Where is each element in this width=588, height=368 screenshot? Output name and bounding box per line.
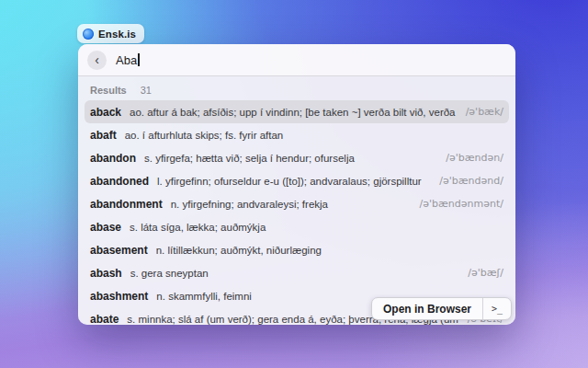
result-word: abaft — [90, 129, 117, 142]
result-word: abandon — [90, 152, 136, 165]
result-row[interactable]: abaft ao. í afturhluta skips; fs. fyrir … — [85, 123, 509, 146]
result-word: abasement — [90, 244, 148, 257]
ensk-app-icon — [83, 29, 94, 40]
result-phonetic: /ə'bæʃ/ — [468, 267, 503, 279]
result-row[interactable]: aback ao. aftur á bak; afsíðis; upp í vi… — [85, 100, 509, 123]
result-phonetic: /ə'bændənmənt/ — [420, 198, 503, 210]
result-phonetic: /ə'bændənd/ — [439, 175, 503, 187]
result-definition: s. gera sneyptan — [130, 268, 461, 279]
results-header: Results 31 — [78, 76, 515, 100]
result-word: abash — [90, 267, 122, 280]
result-definition: s. yfirgefa; hætta við; selja í hendur; … — [144, 153, 438, 164]
search-input-value: Aba — [116, 53, 137, 67]
results-count: 31 — [141, 85, 152, 96]
result-phonetic: /ə'bændən/ — [446, 152, 503, 164]
search-bar: ‹ Aba — [78, 44, 515, 76]
text-caret — [138, 53, 140, 66]
terminal-prompt-icon: >_ — [492, 304, 503, 314]
result-definition: n. lítillækkun; auðmýkt, niðurlæging — [156, 245, 496, 256]
terminal-action-button[interactable]: >_ — [483, 298, 511, 319]
results-label: Results — [90, 85, 127, 96]
back-button[interactable]: ‹ — [87, 51, 107, 70]
result-word: abase — [90, 221, 121, 234]
result-definition: s. láta síga, lækka; auðmýkja — [130, 222, 496, 233]
result-row[interactable]: abandon s. yfirgefa; hætta við; selja í … — [85, 146, 509, 169]
result-phonetic: /ə'bæk/ — [466, 106, 503, 118]
result-definition: n. yfirgefning; andvaraleysi; frekja — [171, 199, 413, 210]
footer-action-group: Open in Browser >_ — [371, 297, 512, 320]
result-definition: l. yfirgefinn; ofurseldur e-u ([to]); an… — [157, 176, 432, 187]
result-word: abate — [90, 313, 119, 326]
dictionary-window: ‹ Aba Results 31 aback ao. aftur á bak; … — [78, 44, 515, 325]
result-word: aback — [90, 106, 121, 119]
open-in-browser-button[interactable]: Open in Browser — [372, 298, 482, 319]
chevron-left-icon: ‹ — [95, 53, 99, 66]
app-title-label: Ensk.is — [98, 29, 136, 40]
results-list: aback ao. aftur á bak; afsíðis; upp í vi… — [78, 100, 515, 325]
result-word: abandonment — [90, 198, 163, 211]
result-word: abandoned — [90, 175, 149, 188]
result-row[interactable]: abandonment n. yfirgefning; andvaraleysi… — [85, 192, 509, 215]
search-input[interactable]: Aba — [116, 53, 140, 67]
result-definition: ao. aftur á bak; afsíðis; upp í vindinn;… — [130, 107, 458, 118]
result-row[interactable]: abandoned l. yfirgefinn; ofurseldur e-u … — [85, 169, 509, 192]
result-definition: ao. í afturhluta skips; fs. fyrir aftan — [125, 130, 496, 141]
result-word: abashment — [90, 290, 148, 303]
open-in-browser-label: Open in Browser — [383, 303, 471, 316]
result-row[interactable]: abase s. láta síga, lækka; auðmýkja — [85, 215, 509, 238]
result-row[interactable]: abasement n. lítillækkun; auðmýkt, niður… — [85, 238, 509, 261]
result-row[interactable]: abash s. gera sneyptan /ə'bæʃ/ — [85, 261, 509, 284]
app-title-pill: Ensk.is — [77, 24, 144, 43]
